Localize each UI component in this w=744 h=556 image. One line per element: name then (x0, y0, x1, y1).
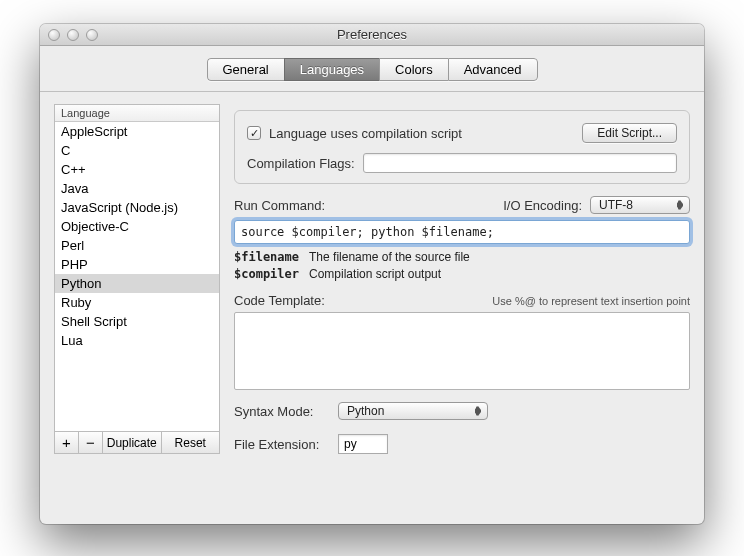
content-area: Language AppleScript C C++ Java JavaScri… (40, 92, 704, 468)
extension-label: File Extension: (234, 437, 330, 452)
close-icon[interactable] (48, 29, 60, 41)
window-title: Preferences (40, 27, 704, 42)
encoding-popup[interactable]: UTF-8 ▲▼ (590, 196, 690, 214)
flags-input[interactable] (363, 153, 677, 173)
encoding-label: I/O Encoding: (503, 198, 582, 213)
edit-script-button[interactable]: Edit Script... (582, 123, 677, 143)
compilation-group: ✓ Language uses compilation script Edit … (234, 110, 690, 184)
list-item[interactable]: AppleScript (55, 122, 219, 141)
chevron-updown-icon: ▲▼ (471, 405, 483, 417)
var-filename: $filename (234, 250, 299, 264)
language-sidebar: Language AppleScript C C++ Java JavaScri… (54, 104, 220, 454)
run-command-input[interactable]: source $compiler; python $filename; (234, 220, 690, 244)
titlebar: Preferences (40, 24, 704, 46)
main-panel: ✓ Language uses compilation script Edit … (234, 104, 690, 454)
list-item[interactable]: Lua (55, 331, 219, 350)
encoding-value: UTF-8 (599, 198, 633, 212)
tab-colors[interactable]: Colors (379, 58, 448, 81)
compile-checkbox-label: Language uses compilation script (269, 126, 462, 141)
tab-segmented: General Languages Colors Advanced (207, 58, 538, 81)
language-list-header: Language (55, 105, 219, 122)
tab-languages[interactable]: Languages (284, 58, 379, 81)
duplicate-button[interactable]: Duplicate (103, 432, 162, 453)
list-item[interactable]: Ruby (55, 293, 219, 312)
flags-label: Compilation Flags: (247, 156, 355, 171)
code-template-textarea[interactable] (234, 312, 690, 390)
tab-advanced[interactable]: Advanced (448, 58, 538, 81)
minimize-icon[interactable] (67, 29, 79, 41)
run-command-label: Run Command: (234, 198, 325, 213)
syntax-value: Python (347, 404, 384, 418)
template-label: Code Template: (234, 293, 325, 308)
tab-general[interactable]: General (207, 58, 284, 81)
list-item-selected[interactable]: Python (55, 274, 219, 293)
list-item[interactable]: C++ (55, 160, 219, 179)
list-item[interactable]: JavaScript (Node.js) (55, 198, 219, 217)
var-compiler-desc: Compilation script output (309, 267, 441, 281)
list-item[interactable]: C (55, 141, 219, 160)
list-item[interactable]: Shell Script (55, 312, 219, 331)
var-compiler: $compiler (234, 267, 299, 281)
var-filename-desc: The filename of the source file (309, 250, 470, 264)
preferences-window: Preferences General Languages Colors Adv… (40, 24, 704, 524)
compile-checkbox[interactable]: ✓ (247, 126, 261, 140)
language-list[interactable]: Language AppleScript C C++ Java JavaScri… (54, 104, 220, 432)
sidebar-toolbar: + − Duplicate Reset (54, 432, 220, 454)
extension-input[interactable] (338, 434, 388, 454)
syntax-label: Syntax Mode: (234, 404, 330, 419)
chevron-updown-icon: ▲▼ (673, 199, 685, 211)
syntax-popup[interactable]: Python ▲▼ (338, 402, 488, 420)
reset-button[interactable]: Reset (162, 432, 220, 453)
tab-bar: General Languages Colors Advanced (40, 46, 704, 92)
list-item[interactable]: Perl (55, 236, 219, 255)
window-controls (48, 29, 98, 41)
list-item[interactable]: Objective-C (55, 217, 219, 236)
list-item[interactable]: PHP (55, 255, 219, 274)
list-item[interactable]: Java (55, 179, 219, 198)
remove-button[interactable]: − (79, 432, 103, 453)
template-hint: Use %@ to represent text insertion point (492, 295, 690, 307)
zoom-icon[interactable] (86, 29, 98, 41)
add-button[interactable]: + (55, 432, 79, 453)
